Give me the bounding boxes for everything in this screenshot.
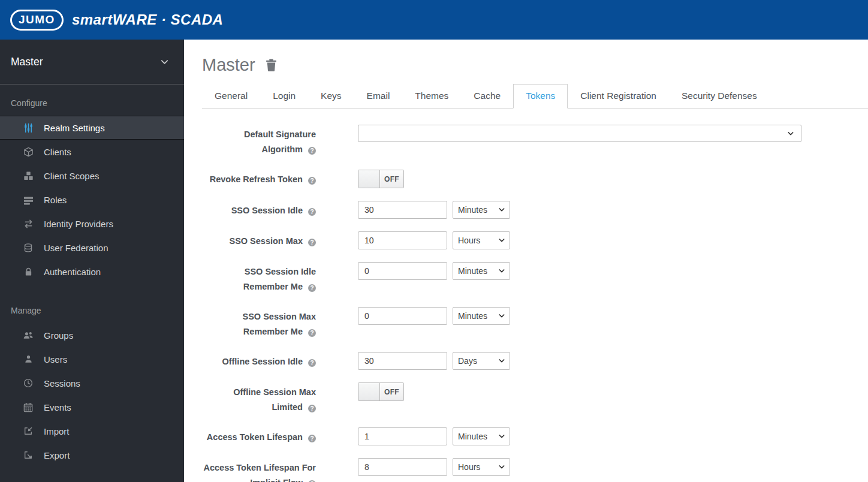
field-control: Minutes bbox=[358, 307, 510, 339]
sidebar-item-sessions[interactable]: Sessions bbox=[0, 371, 184, 395]
field-label-block: Access Token Lifespan For Implicit Flow … bbox=[202, 458, 316, 482]
tab-tokens[interactable]: Tokens bbox=[513, 84, 568, 109]
sidebar-item-label: Clients bbox=[44, 147, 71, 157]
trash-icon bbox=[266, 59, 277, 71]
sidebar-item-users[interactable]: Users bbox=[0, 347, 184, 371]
help-icon: ? bbox=[308, 405, 316, 412]
sidebar-item-realm-settings[interactable]: Realm Settings bbox=[0, 116, 184, 140]
field-label-block: Offline Session Max Limited ? bbox=[202, 382, 316, 415]
tab-email[interactable]: Email bbox=[354, 84, 403, 109]
sso-session-idle-remember-me-unit-select[interactable]: Minutes bbox=[453, 262, 510, 280]
form-row-revoke-refresh-token: Revoke Refresh Token ?OFF bbox=[202, 170, 868, 188]
import-icon bbox=[22, 426, 34, 436]
field-control: Minutes bbox=[358, 262, 510, 294]
form-row-default-signature-algorithm: Default Signature Algorithm ? bbox=[202, 125, 868, 157]
field-control: Minutes bbox=[358, 201, 510, 219]
offline-session-idle-unit-select[interactable]: Days bbox=[453, 352, 510, 370]
revoke-refresh-token-toggle[interactable]: OFF bbox=[358, 170, 404, 188]
form-row-sso-session-idle: SSO Session Idle ?Minutes bbox=[202, 201, 868, 219]
sidebar-item-identity-providers[interactable]: Identity Providers bbox=[0, 212, 184, 236]
toggle-state-label: OFF bbox=[380, 170, 403, 188]
field-label-block: Default Signature Algorithm ? bbox=[202, 125, 316, 157]
tab-cache[interactable]: Cache bbox=[461, 84, 513, 109]
sidebar-item-groups[interactable]: Groups bbox=[0, 323, 184, 347]
main-content: Master GeneralLoginKeysEmailThemesCacheT… bbox=[184, 40, 868, 482]
sso-session-idle-unit-select[interactable]: Minutes bbox=[453, 201, 510, 219]
access-token-lifespan-for-implicit-flow-unit-select-wrap: Hours bbox=[453, 458, 510, 476]
form-row-offline-session-idle: Offline Session Idle ?Days bbox=[202, 352, 868, 370]
authentication-icon bbox=[22, 267, 34, 276]
tab-themes[interactable]: Themes bbox=[402, 84, 461, 109]
sidebar-item-authentication[interactable]: Authentication bbox=[0, 260, 184, 284]
field-label: Default Signature Algorithm bbox=[244, 129, 316, 154]
tab-client-registration[interactable]: Client Registration bbox=[568, 84, 669, 109]
sidebar-item-clients[interactable]: Clients bbox=[0, 140, 184, 164]
sidebar-item-label: Client Scopes bbox=[44, 171, 100, 181]
sso-session-idle-input[interactable] bbox=[358, 201, 447, 219]
delete-realm-button[interactable] bbox=[266, 59, 277, 71]
tab-keys[interactable]: Keys bbox=[308, 84, 354, 109]
field-label: Access Token Lifespan bbox=[207, 432, 303, 442]
sidebar-item-label: Realm Settings bbox=[44, 123, 105, 133]
sidebar-item-export[interactable]: Export bbox=[0, 443, 184, 467]
sso-session-max-remember-me-unit-select[interactable]: Minutes bbox=[453, 307, 510, 325]
form-row-sso-session-idle-remember-me: SSO Session Idle Remember Me ?Minutes bbox=[202, 262, 868, 294]
help-icon: ? bbox=[308, 329, 316, 337]
events-icon bbox=[22, 402, 34, 412]
realm-settings-icon bbox=[22, 123, 34, 133]
sidebar-item-user-federation[interactable]: User Federation bbox=[0, 236, 184, 260]
page-title: Master bbox=[202, 55, 255, 75]
tab-login[interactable]: Login bbox=[260, 84, 308, 109]
sidebar-item-label: Users bbox=[44, 354, 67, 364]
field-control: Minutes bbox=[358, 427, 510, 445]
access-token-lifespan-for-implicit-flow-unit-select[interactable]: Hours bbox=[453, 458, 510, 476]
field-control: OFF bbox=[358, 382, 404, 415]
offline-session-max-limited-toggle[interactable]: OFF bbox=[358, 382, 404, 401]
sso-session-max-unit-select[interactable]: Hours bbox=[453, 231, 510, 249]
help-icon: ? bbox=[308, 284, 316, 292]
field-label-block: Access Token Lifespan ? bbox=[202, 427, 316, 445]
sidebar-item-import[interactable]: Import bbox=[0, 419, 184, 443]
roles-icon bbox=[22, 195, 34, 205]
realm-selector[interactable]: Master bbox=[0, 40, 184, 85]
sidebar-item-roles[interactable]: Roles bbox=[0, 188, 184, 212]
field-label-block: SSO Session Max ? bbox=[202, 231, 316, 249]
access-token-lifespan-for-implicit-flow-input[interactable] bbox=[358, 458, 447, 476]
sidebar-nav: ConfigureRealm SettingsClientsClient Sco… bbox=[0, 85, 184, 467]
sidebar-item-client-scopes[interactable]: Client Scopes bbox=[0, 164, 184, 188]
sidebar-item-label: Identity Providers bbox=[44, 219, 113, 229]
toggle-state-label: OFF bbox=[380, 383, 403, 400]
default-signature-algorithm-select[interactable] bbox=[358, 125, 801, 142]
access-token-lifespan-unit-select[interactable]: Minutes bbox=[453, 427, 510, 445]
tab-security-defenses[interactable]: Security Defenses bbox=[669, 84, 770, 109]
sso-session-max-remember-me-input[interactable] bbox=[358, 307, 447, 325]
field-label: Offline Session Idle bbox=[222, 357, 303, 366]
help-icon: ? bbox=[308, 359, 316, 367]
access-token-lifespan-input[interactable] bbox=[358, 427, 447, 445]
user-federation-icon bbox=[22, 243, 34, 253]
help-icon: ? bbox=[308, 239, 316, 246]
product-name: smartWARE · SCADA bbox=[72, 11, 224, 28]
field-control: Hours bbox=[358, 231, 510, 249]
offline-session-idle-unit-select-wrap: Days bbox=[453, 352, 510, 370]
offline-session-idle-input[interactable] bbox=[358, 352, 447, 370]
sidebar-item-label: Import bbox=[44, 426, 70, 436]
identity-providers-icon bbox=[22, 219, 34, 229]
tab-general[interactable]: General bbox=[202, 84, 260, 109]
section-header: Manage bbox=[0, 284, 184, 323]
layout: Master ConfigureRealm SettingsClientsCli… bbox=[0, 40, 868, 482]
sso-session-max-input[interactable] bbox=[358, 231, 447, 249]
toggle-handle bbox=[358, 383, 380, 400]
field-label: SSO Session Max bbox=[229, 236, 303, 246]
tab-bar: GeneralLoginKeysEmailThemesCacheTokensCl… bbox=[202, 84, 868, 109]
help-icon: ? bbox=[308, 435, 316, 442]
help-icon: ? bbox=[308, 208, 316, 216]
sso-session-max-unit-select-wrap: Hours bbox=[453, 231, 510, 249]
sidebar-item-label: Export bbox=[44, 450, 70, 460]
sso-session-max-remember-me-unit-select-wrap: Minutes bbox=[453, 307, 510, 325]
sso-session-idle-remember-me-input[interactable] bbox=[358, 262, 447, 280]
sso-session-idle-remember-me-unit-select-wrap: Minutes bbox=[453, 262, 510, 280]
sidebar-item-label: Groups bbox=[44, 330, 73, 341]
sidebar-item-events[interactable]: Events bbox=[0, 395, 184, 419]
field-label: Offline Session Max Limited bbox=[233, 387, 316, 412]
